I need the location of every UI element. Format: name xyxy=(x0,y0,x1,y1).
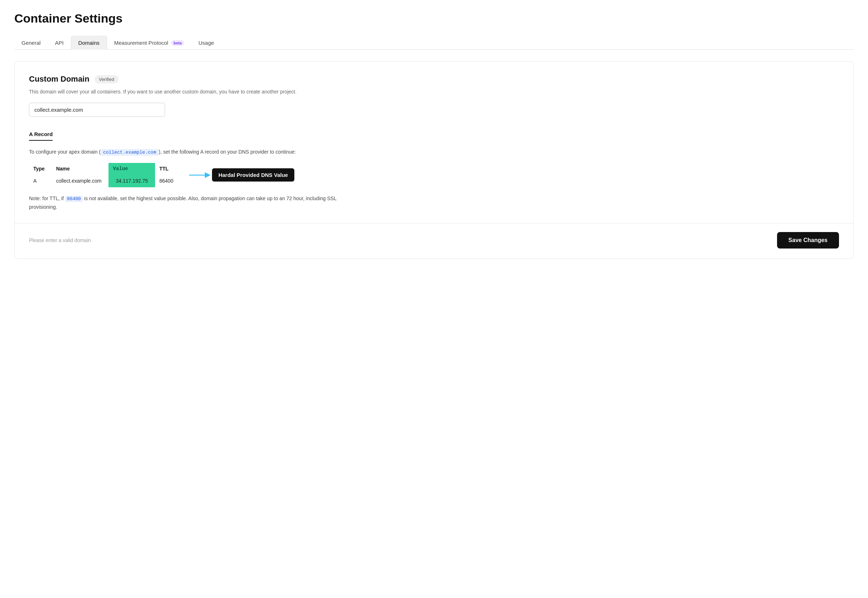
main-card: Custom Domain Verified This domain will … xyxy=(14,61,854,259)
cell-ttl: 86400 xyxy=(155,174,181,187)
custom-domain-header: Custom Domain Verified xyxy=(29,75,839,84)
custom-domain-title: Custom Domain xyxy=(29,75,90,84)
tab-measurement-protocol[interactable]: Measurement Protocol beta xyxy=(107,36,191,50)
a-record-description: To configure your apex domain (collect.e… xyxy=(29,148,839,157)
note-text: Note: for TTL, if 86400 is not available… xyxy=(29,194,337,212)
save-button[interactable]: Save Changes xyxy=(777,232,839,248)
tab-bar: General API Domains Measurement Protocol… xyxy=(14,36,854,50)
verified-badge: Verified xyxy=(94,75,118,84)
a-record-tab-label: A Record xyxy=(29,131,53,141)
tab-measurement-protocol-label: Measurement Protocol xyxy=(114,40,168,46)
note-prefix: Note: for TTL, if xyxy=(29,196,65,201)
a-record-section: A Record To configure your apex domain (… xyxy=(29,131,839,212)
dns-table-container: Type Name Value TTL A collect.example.co… xyxy=(29,163,839,187)
page-title: Container Settings xyxy=(14,12,854,25)
dns-tooltip-container: Hardal Provided DNS Value xyxy=(189,168,294,182)
beta-badge: beta xyxy=(171,40,184,46)
col-header-type: Type xyxy=(29,163,52,174)
table-row: A collect.example.com 34.117.192.75 8640… xyxy=(29,174,181,187)
domain-description: This domain will cover your all containe… xyxy=(29,88,839,96)
col-header-ttl: TTL xyxy=(155,163,181,174)
tab-usage[interactable]: Usage xyxy=(191,36,221,50)
col-header-name: Name xyxy=(52,163,109,174)
description-suffix: ), set the following A record on your DN… xyxy=(158,149,296,155)
domain-input[interactable] xyxy=(29,103,165,117)
note-highlight: 86400 xyxy=(65,196,83,202)
cell-value: 34.117.192.75 xyxy=(109,174,155,187)
dns-table: Type Name Value TTL A collect.example.co… xyxy=(29,163,181,187)
svg-marker-1 xyxy=(205,172,211,178)
footer-bar: Please enter a valid domain Save Changes xyxy=(15,223,853,257)
col-header-value: Value xyxy=(109,163,155,174)
arrow-icon xyxy=(189,169,211,181)
cell-name: collect.example.com xyxy=(52,174,109,187)
footer-hint: Please enter a valid domain xyxy=(29,238,91,243)
description-prefix: To configure your apex domain ( xyxy=(29,149,101,155)
tab-api[interactable]: API xyxy=(48,36,70,50)
tab-domains[interactable]: Domains xyxy=(71,36,107,50)
cell-type: A xyxy=(29,174,52,187)
dns-tooltip: Hardal Provided DNS Value xyxy=(212,168,294,182)
domain-code: collect.example.com xyxy=(101,149,158,156)
tab-general[interactable]: General xyxy=(14,36,48,50)
